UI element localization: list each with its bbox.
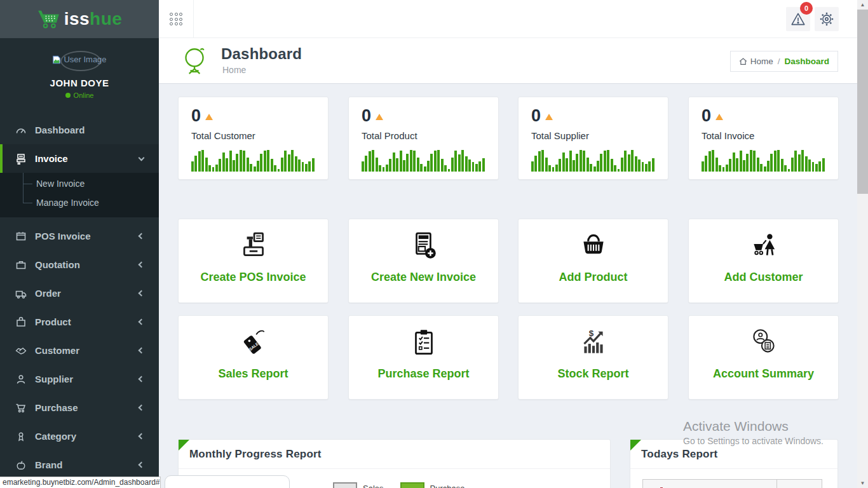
activate-windows-subtext: Go to Settings to activate Windows. [683,436,824,446]
online-dot-icon [65,93,71,98]
briefcase-icon [15,259,27,271]
chevron-left-icon [139,233,145,240]
shortcut-account-summary[interactable]: Account Summary [688,315,839,400]
sidebar-item-product[interactable]: Product [0,308,159,336]
chevron-left-icon [139,290,145,297]
legend-purchase-swatch [400,482,424,488]
sidebar-item-pos-invoice[interactable]: POS Invoice [0,222,159,250]
brand-logo[interactable]: isshue [0,0,159,38]
mini-bar-chart [702,148,825,172]
handshake-icon [15,345,27,356]
sidebar-item-dashboard[interactable]: Dashboard [0,116,159,144]
chevron-left-icon [139,405,145,411]
apps-grid-button[interactable] [159,0,194,38]
person-icon [15,374,27,385]
chevron-left-icon [139,462,145,468]
brand-name: isshue [64,9,123,29]
svg-text:$: $ [588,329,593,338]
user-status: Online [0,92,159,99]
clipboard-icon [349,327,498,358]
todays-report-panel: Todays Report [630,439,838,488]
invoice-plus-icon [349,230,498,262]
invoice-machine-icon [15,153,27,165]
breadcrumb: Home / Dashboard [730,51,838,72]
shortcut-purchase-report[interactable]: Purchase Report [348,315,499,400]
page-title: Dashboard [221,45,302,63]
scroll-up-arrow-icon[interactable] [857,0,868,10]
monthly-progress-panel: Monthly Progress Report Sales Purchase [178,439,611,488]
gauge-icon [15,125,27,136]
chevron-left-icon [139,433,145,440]
statusbar-url: emarketing.buynetbiz.com/Admin_dashboard… [0,477,161,488]
panel-title: Monthly Progress Report [179,440,610,469]
broken-image-text: User Image [64,55,106,64]
shortcut-create-new-invoice[interactable]: Create New Invoice [348,219,499,303]
account-summary-icon [689,327,838,358]
globe-icon [178,45,210,77]
stock-chart-icon: $ [519,327,668,358]
chart-range-select[interactable] [165,475,290,488]
shortcut-create-pos-invoice[interactable]: Create POS Invoice [178,219,329,303]
sidebar-item-supplier[interactable]: Supplier [0,365,159,393]
invoice-submenu: New Invoice Manage Invoice [0,173,159,217]
screen: isshue User Image JOHN DOYE Online [0,0,868,488]
shortcut-add-customer[interactable]: Add Customer [688,219,839,303]
activate-windows-watermark: Activate Windows [683,419,789,434]
broken-image-icon [52,55,61,64]
trend-up-icon [545,114,553,120]
user-name: JOHN DOYE [0,78,159,88]
sidebar: isshue User Image JOHN DOYE Online [0,0,159,488]
page-header: Dashboard Home Home / Dashboard [159,38,857,84]
basket-icon [519,230,668,262]
mini-bar-chart [531,148,655,172]
customer-cart-icon [689,230,838,262]
shortcut-sales-report[interactable]: SALE Sales Report [178,315,329,400]
scrollbar-thumb[interactable] [857,10,868,194]
stat-card-total-supplier: 0 Total Supplier [518,97,668,180]
stat-card-total-product: 0 Total Product [348,97,499,180]
trend-up-icon [715,114,723,120]
cart-logo-icon [37,10,60,29]
trend-up-icon [376,114,383,120]
breadcrumb-separator: / [778,57,780,66]
sidebar-menu: Dashboard Invoice New Invoice Manage Inv… [0,116,159,479]
user-panel: User Image JOHN DOYE Online [0,38,159,116]
truck-icon [15,288,27,299]
chevron-left-icon [139,262,145,268]
mini-bar-chart [191,148,315,172]
trend-up-icon [205,114,213,120]
shortcut-stock-report[interactable]: $ Stock Report [518,315,668,400]
chevron-left-icon [139,348,145,354]
sidebar-item-customer[interactable]: Customer [0,336,159,365]
breadcrumb-home-link[interactable]: Home [739,57,773,66]
shortcut-add-product[interactable]: Add Product [518,219,668,303]
mini-bar-chart [362,148,485,172]
settings-button[interactable] [815,7,839,31]
sidebar-subitem-new-invoice[interactable]: New Invoice [0,174,159,193]
ribbon-icon [15,431,27,442]
chevron-left-icon [139,319,145,325]
sidebar-item-invoice[interactable]: Invoice [0,144,159,173]
sidebar-item-brand[interactable]: Brand [0,451,159,479]
home-icon [739,57,747,65]
main-content: 0 Total Customer 0 Total Product 0 Total… [159,84,857,488]
sidebar-item-quotation[interactable]: Quotation [0,250,159,279]
legend-sales-swatch [333,482,357,488]
bag-icon [15,316,27,328]
sidebar-item-category[interactable]: Category [0,422,159,451]
todays-report-table [642,479,822,488]
cart-icon [15,402,27,414]
table-header-cell [643,480,777,488]
sidebar-item-purchase[interactable]: Purchase [0,393,159,422]
vertical-scrollbar[interactable] [857,0,868,488]
page-subtitle: Home [222,65,246,75]
breadcrumb-current: Dashboard [784,57,829,66]
sidebar-subitem-manage-invoice[interactable]: Manage Invoice [0,193,159,212]
broken-image-placeholder: User Image [0,55,159,64]
scroll-down-arrow-icon[interactable] [857,478,868,488]
sidebar-item-order[interactable]: Order [0,279,159,308]
chevron-down-icon [139,154,145,161]
stat-card-total-customer: 0 Total Customer [178,97,329,180]
top-navbar: 0 [159,0,857,38]
gear-icon [818,11,835,27]
